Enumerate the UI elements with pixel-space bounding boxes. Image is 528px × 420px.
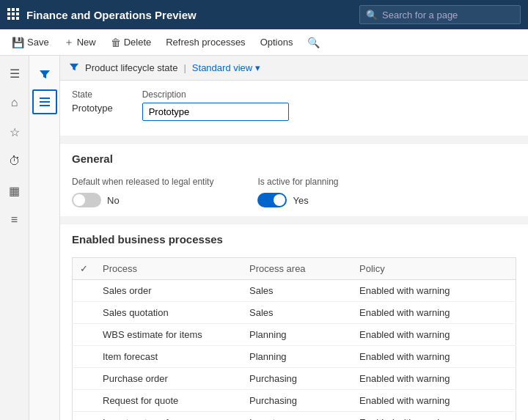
row-check [73,324,96,346]
row-policy: Enabled with warning [352,390,516,412]
save-icon: 💾 [12,37,24,48]
state-label: State [72,89,113,100]
page-header: Product lifecycle state | Standard view … [60,56,528,81]
table-row[interactable]: Item forecast Planning Enabled with warn… [73,346,516,368]
row-area: Sales [242,302,352,324]
row-check [73,368,96,390]
breadcrumb: Product lifecycle state [85,62,177,73]
search-icon: 🔍 [366,10,378,21]
row-area: Purchasing [242,390,352,412]
row-process: Item forecast [95,346,242,368]
default-toggle-field: Default when released to legal entity No [72,177,213,207]
table-row[interactable]: Sales order Sales Enabled with warning [73,280,516,302]
row-process: Request for quote [95,390,242,412]
svg-rect-6 [7,17,10,20]
svg-rect-11 [40,105,50,106]
table-row[interactable]: Request for quote Purchasing Enabled wit… [73,390,516,412]
delete-icon: 🗑 [111,37,121,48]
breadcrumb-separator: | [183,62,186,73]
general-section: General Default when released to legal e… [60,143,528,216]
description-label: Description [142,89,289,100]
toolbar: 💾 Save ＋ New 🗑 Delete Refresh processes … [0,29,528,56]
row-area: Sales [242,280,352,302]
filter-icon[interactable] [32,62,57,86]
description-field[interactable]: Description [142,89,289,121]
left-sidebar: ☰ ⌂ ☆ ⏱ ▦ ≡ [0,56,29,420]
content-area: Product lifecycle state | Standard view … [60,56,528,420]
top-bar: Finance and Operations Preview 🔍 Search … [0,0,528,29]
svg-rect-3 [7,12,10,15]
table-row[interactable]: Inventory transfer Inventory Enabled wit… [73,412,516,421]
svg-rect-4 [12,12,15,15]
row-policy: Enabled with warning [352,324,516,346]
row-area: Planning [242,324,352,346]
new-button[interactable]: ＋ New [58,33,102,52]
row-area: Purchasing [242,368,352,390]
col-header-check: ✓ [73,258,96,280]
form-section: State Prototype Description [60,81,528,136]
row-process: WBS estimate for items [95,324,242,346]
row-policy: Enabled with warning [352,368,516,390]
search-placeholder: Search for a page [382,10,458,21]
view-selector[interactable]: Standard view ▾ [192,62,260,73]
default-label: Default when released to legal entity [72,177,213,187]
row-check [73,412,96,421]
row-check [73,302,96,324]
process-table: ✓ Process Process area Policy Sales orde… [72,257,516,420]
table-row[interactable]: Purchase order Purchasing Enabled with w… [73,368,516,390]
default-value: No [107,195,120,206]
active-value: Yes [293,195,308,206]
svg-rect-5 [16,12,19,15]
row-process: Inventory transfer [95,412,242,421]
search-toolbar-icon: 🔍 [307,37,320,48]
refresh-button[interactable]: Refresh processes [160,34,251,51]
table-row[interactable]: Sales quotation Sales Enabled with warni… [73,302,516,324]
grid-icon[interactable] [7,8,19,22]
row-process: Sales quotation [95,302,242,324]
row-area: Planning [242,346,352,368]
sidebar-modules-icon[interactable]: ≡ [3,208,26,232]
col-header-area: Process area [242,258,352,280]
options-button[interactable]: Options [254,34,299,51]
active-label: Is active for planning [257,177,338,187]
svg-rect-0 [7,8,10,11]
sidebar-menu-icon[interactable]: ☰ [3,62,26,85]
top-search-box[interactable]: 🔍 Search for a page [359,5,521,24]
save-button[interactable]: 💾 Save [6,34,55,51]
row-process: Sales order [95,280,242,302]
active-toggle[interactable] [257,193,287,207]
active-toggle-field: Is active for planning Yes [257,177,338,207]
sidebar-recent-icon[interactable]: ⏱ [3,150,26,173]
search-toolbar-button[interactable]: 🔍 [301,34,326,51]
row-policy: Enabled with warning [352,302,516,324]
svg-rect-8 [16,17,19,20]
state-field: State Prototype [72,89,113,121]
general-title: General [72,152,516,165]
table-row[interactable]: WBS estimate for items Planning Enabled … [73,324,516,346]
sidebar-favorites-icon[interactable]: ☆ [3,120,26,144]
svg-rect-2 [16,8,19,11]
row-policy: Enabled with warning [352,346,516,368]
list-view-icon[interactable] [32,89,57,114]
delete-button[interactable]: 🗑 Delete [105,34,158,51]
description-input[interactable] [142,103,289,121]
page-filter-icon [69,62,79,74]
state-value: Prototype [72,103,113,114]
svg-rect-10 [40,101,50,103]
sidebar-home-icon[interactable]: ⌂ [3,91,26,114]
row-check [73,280,96,302]
business-processes-title: Enabled business processes [72,233,516,246]
svg-rect-9 [40,97,50,99]
row-check [73,346,96,368]
chevron-down-icon: ▾ [255,62,260,73]
secondary-sidebar [29,56,60,420]
sidebar-workspaces-icon[interactable]: ▦ [3,179,26,202]
new-icon: ＋ [64,36,74,49]
row-area: Inventory [242,412,352,421]
row-process: Purchase order [95,368,242,390]
default-toggle[interactable] [72,193,101,207]
row-policy: Enabled with warning [352,412,516,421]
app-title: Finance and Operations Preview [26,9,359,21]
svg-rect-7 [12,17,15,20]
business-processes-section: Enabled business processes ✓ Process Pro… [60,224,528,420]
